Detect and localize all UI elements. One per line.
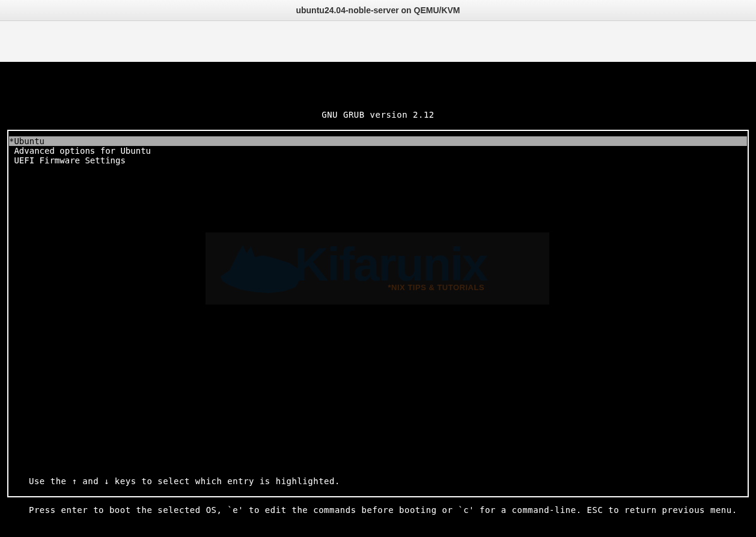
toolbar-area	[0, 21, 756, 62]
rhino-icon	[218, 240, 302, 297]
grub-help-line-1: Use the ↑ and ↓ keys to select which ent…	[29, 476, 756, 486]
grub-help-line-2: Press enter to boot the selected OS, `e'…	[29, 505, 756, 515]
grub-menu-item-advanced[interactable]: Advanced options for Ubuntu	[9, 146, 747, 156]
vm-console[interactable]: GNU GRUB version 2.12 *Ubuntu Advanced o…	[0, 62, 756, 537]
grub-menu-item-ubuntu[interactable]: *Ubuntu	[9, 136, 747, 146]
watermark-tagline: *NIX TIPS & TUTORIALS	[294, 283, 484, 293]
grub-menu-box: *Ubuntu Advanced options for Ubuntu UEFI…	[7, 130, 749, 497]
watermark-logo: Kifarunix *NIX TIPS & TUTORIALS	[206, 232, 549, 305]
watermark-brand: Kifarunix	[294, 244, 487, 284]
watermark-text: Kifarunix *NIX TIPS & TUTORIALS	[294, 244, 487, 293]
window-titlebar: ubuntu24.04-noble-server on QEMU/KVM	[0, 0, 756, 21]
grub-help-text: Use the ↑ and ↓ keys to select which ent…	[29, 457, 756, 534]
grub-menu-item-uefi[interactable]: UEFI Firmware Settings	[9, 156, 747, 165]
grub-version-header: GNU GRUB version 2.12	[0, 110, 756, 120]
grub-menu-list: *Ubuntu Advanced options for Ubuntu UEFI…	[9, 136, 747, 165]
window-title: ubuntu24.04-noble-server on QEMU/KVM	[296, 5, 460, 15]
